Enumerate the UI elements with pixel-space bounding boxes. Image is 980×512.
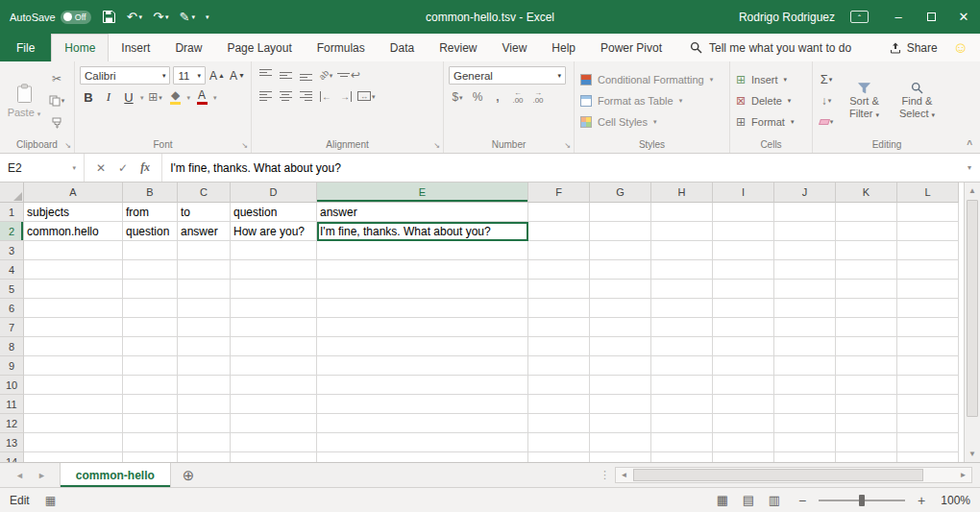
cell-styles-button[interactable]: Cell Styles▾ [580, 112, 723, 132]
format-as-table-button[interactable]: Format as Table▾ [580, 91, 723, 110]
close-button[interactable]: ✕ [947, 0, 980, 34]
column-header-L[interactable]: L [897, 183, 959, 203]
cell-G6[interactable] [590, 299, 651, 318]
cell-H4[interactable] [651, 260, 713, 280]
collapse-ribbon-button[interactable]: ^ [967, 139, 972, 150]
column-header-K[interactable]: K [836, 183, 897, 203]
cell-E8[interactable] [317, 337, 528, 356]
cell-F3[interactable] [528, 241, 590, 260]
column-header-G[interactable]: G [590, 183, 651, 203]
maximize-button[interactable] [915, 0, 947, 34]
cell-L6[interactable] [897, 299, 959, 318]
cell-J3[interactable] [774, 241, 836, 260]
tab-page-layout[interactable]: Page Layout [214, 34, 304, 61]
top-align-button[interactable] [257, 66, 274, 84]
delete-cells-button[interactable]: ⊠Delete▾ [736, 91, 806, 110]
cell-G10[interactable] [590, 376, 651, 395]
cell-E14[interactable] [317, 452, 528, 462]
cell-H5[interactable] [651, 280, 713, 299]
font-size-select[interactable]: 11▾ [173, 66, 206, 85]
normal-view-button[interactable]: ▦ [711, 491, 734, 510]
cell-H9[interactable] [651, 356, 713, 376]
cut-button[interactable]: ✂ [48, 70, 65, 87]
cell-L1[interactable] [897, 203, 959, 222]
cell-C4[interactable] [178, 260, 231, 280]
italic-button[interactable]: I [100, 88, 117, 106]
cell-F12[interactable] [528, 414, 590, 433]
cell-D12[interactable] [231, 414, 317, 433]
percent-style-button[interactable]: % [469, 88, 486, 106]
copy-button[interactable]: ▾ [48, 92, 65, 110]
cell-H14[interactable] [651, 452, 713, 462]
cell-A2[interactable]: common.hello [24, 222, 123, 241]
cell-F6[interactable] [528, 299, 590, 318]
cell-H10[interactable] [651, 376, 713, 395]
cell-F1[interactable] [528, 203, 590, 222]
cell-I8[interactable] [713, 337, 774, 356]
cell-B9[interactable] [123, 356, 178, 376]
cell-K10[interactable] [836, 376, 897, 395]
insert-function-button[interactable]: fx [140, 160, 150, 175]
cell-L7[interactable] [897, 318, 959, 337]
center-button[interactable] [277, 87, 294, 105]
cell-C9[interactable] [178, 356, 231, 376]
cell-L14[interactable] [897, 452, 959, 462]
cell-I2[interactable] [713, 222, 774, 241]
tab-draw[interactable]: Draw [162, 34, 214, 61]
cell-D10[interactable] [231, 376, 317, 395]
cell-D6[interactable] [231, 299, 317, 318]
autosave-toggle[interactable]: AutoSave Off [10, 11, 91, 24]
font-name-select[interactable]: Calibri▾ [80, 66, 170, 85]
cell-H6[interactable] [651, 299, 713, 318]
cell-F9[interactable] [528, 356, 590, 376]
cell-B13[interactable] [123, 433, 178, 452]
cell-K8[interactable] [836, 337, 897, 356]
scroll-down-button[interactable]: ▼ [965, 446, 980, 462]
cell-J14[interactable] [774, 452, 836, 462]
cell-B7[interactable] [123, 318, 178, 337]
row-header-8[interactable]: 8 [0, 337, 24, 356]
tab-power-pivot[interactable]: Power Pivot [588, 34, 674, 61]
cell-K3[interactable] [836, 241, 897, 260]
cell-J9[interactable] [774, 356, 836, 376]
cell-C13[interactable] [178, 433, 231, 452]
cell-K12[interactable] [836, 414, 897, 433]
row-header-11[interactable]: 11 [0, 395, 24, 414]
cell-I14[interactable] [713, 452, 774, 462]
scroll-left-button[interactable]: ◄ [616, 468, 632, 482]
tab-review[interactable]: Review [427, 34, 489, 61]
clipboard-dialog-launcher[interactable]: ↘ [64, 142, 71, 150]
cell-L4[interactable] [897, 260, 959, 280]
number-dialog-launcher[interactable]: ↘ [564, 142, 571, 150]
bottom-align-button[interactable] [297, 66, 314, 84]
customize-qat-button[interactable]: ▾ [206, 13, 209, 20]
tab-view[interactable]: View [490, 34, 540, 61]
alignment-dialog-launcher[interactable]: ↘ [433, 142, 440, 150]
cell-D2[interactable]: How are you? [231, 222, 317, 241]
increase-decimal-button[interactable]: ←.00 [509, 88, 527, 106]
cell-H1[interactable] [651, 203, 713, 222]
cell-G2[interactable] [590, 222, 651, 241]
column-header-A[interactable]: A [24, 183, 123, 203]
cell-I7[interactable] [713, 318, 774, 337]
row-header-7[interactable]: 7 [0, 318, 24, 337]
format-cells-button[interactable]: ⊞Format▾ [736, 112, 806, 132]
ribbon-display-options-icon[interactable]: ˆ [850, 11, 869, 23]
cell-K6[interactable] [836, 299, 897, 318]
cell-C6[interactable] [178, 299, 231, 318]
bold-button[interactable]: B [80, 88, 97, 106]
cell-L8[interactable] [897, 337, 959, 356]
cell-E11[interactable] [317, 395, 528, 414]
tell-me-box[interactable]: Tell me what you want to do [690, 34, 851, 61]
cell-J5[interactable] [774, 280, 836, 299]
cell-G12[interactable] [590, 414, 651, 433]
share-button[interactable]: Share [890, 34, 938, 61]
cell-A1[interactable]: subjects [24, 203, 123, 222]
tab-formulas[interactable]: Formulas [305, 34, 378, 61]
cell-A12[interactable] [24, 414, 123, 433]
cell-B2[interactable]: question [123, 222, 178, 241]
cell-I6[interactable] [713, 299, 774, 318]
accounting-format-button[interactable]: $▾ [449, 88, 466, 106]
cell-L13[interactable] [897, 433, 959, 452]
cell-D4[interactable] [231, 260, 317, 280]
